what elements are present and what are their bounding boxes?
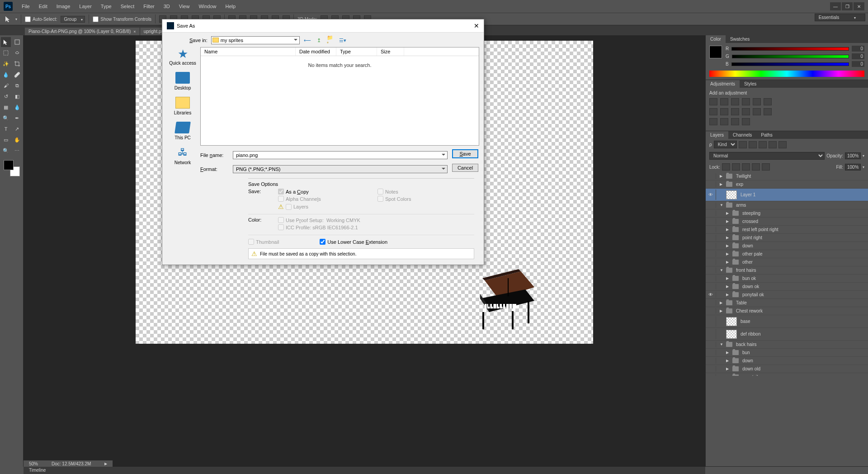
col-date[interactable]: Date modified	[296, 47, 336, 56]
layer-row[interactable]: ▶down old	[706, 365, 868, 373]
lock-icon[interactable]	[752, 163, 760, 171]
menu-file[interactable]: File	[17, 2, 34, 11]
up-icon[interactable]: ↥	[315, 36, 323, 44]
disclosure-icon[interactable]: ▶	[726, 244, 731, 248]
adjustment-icon[interactable]	[731, 118, 739, 125]
pen-tool[interactable]: ✒	[12, 113, 22, 123]
place-this-pc[interactable]: This PC	[167, 122, 198, 140]
disclosure-icon[interactable]: ▼	[720, 342, 724, 346]
filter-icon[interactable]	[759, 141, 767, 148]
menu-view[interactable]: View	[175, 2, 194, 11]
disclosure-icon[interactable]: ▶	[720, 309, 724, 313]
disclosure-icon[interactable]: ▶	[726, 293, 731, 297]
layer-row[interactable]: ▼back hairs	[706, 341, 868, 349]
menu-edit[interactable]: Edit	[34, 2, 52, 11]
dialog-close-button[interactable]: ✕	[474, 22, 479, 29]
crop-tool[interactable]	[12, 59, 22, 69]
layer-row[interactable]: base	[706, 315, 868, 328]
disclosure-icon[interactable]: ▶	[720, 301, 724, 305]
menu-filter[interactable]: Filter	[139, 2, 159, 11]
stamp-tool[interactable]: ⧉	[12, 81, 22, 90]
filter-icon[interactable]	[778, 141, 787, 148]
styles-tab[interactable]: Styles	[740, 80, 761, 88]
layers-tab[interactable]: Layers	[706, 131, 728, 139]
zoom-tool[interactable]: 🔍	[1, 146, 11, 156]
layer-row[interactable]: def ribbon	[706, 328, 868, 341]
filename-input[interactable]: piano.png	[233, 151, 448, 159]
lowercase-checkbox[interactable]: Use Lower Case Extension	[320, 239, 387, 245]
view-menu-icon[interactable]: ☰▾	[339, 36, 347, 44]
history-brush[interactable]: ↺	[1, 91, 11, 101]
back-icon[interactable]: ⟵	[303, 36, 311, 44]
layer-row[interactable]: ▶Table	[706, 299, 868, 307]
opacity-input[interactable]	[845, 152, 861, 159]
place-quick-access[interactable]: ★Quick access	[167, 47, 198, 66]
new-folder-icon[interactable]: 📁*	[327, 36, 335, 44]
edit-toolbar[interactable]: ⋯	[12, 146, 22, 156]
adjustment-icon[interactable]	[720, 98, 728, 105]
lock-icon[interactable]	[742, 163, 750, 171]
eyedropper-tool[interactable]: 💧	[1, 70, 11, 80]
layer-row[interactable]: ▶bun ok	[706, 275, 868, 283]
layer-row[interactable]: ▶down	[706, 357, 868, 365]
layer-row[interactable]: ▶other pale	[706, 250, 868, 258]
layer-row[interactable]: 👁Layer 1	[706, 189, 868, 201]
col-name[interactable]: Name	[201, 47, 296, 56]
filter-kind[interactable]: Kind	[714, 141, 737, 148]
menu-help[interactable]: Help	[221, 2, 241, 11]
disclosure-icon[interactable]: ▶	[726, 236, 731, 240]
adjustment-icon[interactable]	[742, 118, 750, 125]
disclosure-icon[interactable]: ▶	[726, 276, 731, 280]
adjustment-icon[interactable]	[720, 108, 728, 115]
adjustments-tab[interactable]: Adjustments	[706, 80, 740, 88]
auto-select-checkbox[interactable]: Auto-Select:	[25, 16, 57, 22]
menu-image[interactable]: Image	[52, 2, 75, 11]
auto-select-target[interactable]: Group▾	[61, 16, 85, 23]
layer-row[interactable]: ▶point right	[706, 234, 868, 242]
workspace-switcher[interactable]: Essentials ▾	[815, 14, 865, 21]
swatches-tab[interactable]: Swatches	[726, 35, 754, 43]
timeline-panel[interactable]: Timeline	[24, 467, 705, 474]
channels-tab[interactable]: Channels	[728, 131, 756, 139]
disclosure-icon[interactable]: ▼	[720, 268, 724, 272]
menu-3d[interactable]: 3D	[159, 2, 175, 11]
eraser-tool[interactable]: ◧	[12, 91, 22, 101]
disclosure-icon[interactable]: ▶	[726, 260, 731, 264]
disclosure-icon[interactable]: ▶	[720, 174, 724, 178]
foreground-swatch[interactable]	[709, 46, 722, 58]
adjustment-icon[interactable]	[709, 98, 717, 105]
disclosure-icon[interactable]: ▼	[720, 203, 724, 207]
r-value[interactable]: 0	[852, 46, 864, 52]
adjustment-icon[interactable]	[742, 108, 750, 115]
layer-row[interactable]: ▼front hairs	[706, 266, 868, 275]
lock-icon[interactable]	[732, 163, 740, 171]
disclosure-icon[interactable]: ▶	[720, 182, 724, 186]
dodge-tool[interactable]: 🔍	[1, 113, 11, 123]
adjustment-icon[interactable]	[731, 98, 739, 105]
show-transform-checkbox[interactable]: Show Transform Controls	[93, 16, 151, 22]
visibility-toggle[interactable]: 👁	[708, 192, 714, 197]
disclosure-icon[interactable]: ▶	[726, 211, 731, 215]
close-tab-icon[interactable]: ×	[133, 29, 136, 34]
savein-dropdown[interactable]: my sprites	[211, 36, 300, 44]
format-dropdown[interactable]: PNG (*.PNG;*.PNS)	[233, 165, 448, 173]
lock-icon[interactable]	[762, 163, 770, 171]
adjustment-icon[interactable]	[753, 108, 761, 115]
lasso-tool[interactable]	[12, 48, 22, 58]
as-copy-checkbox[interactable]: As a Copy	[278, 189, 375, 194]
place-desktop[interactable]: Desktop	[167, 72, 198, 90]
col-size[interactable]: Size	[377, 47, 404, 56]
save-button[interactable]: Save	[452, 149, 478, 158]
disclosure-icon[interactable]: ▶	[726, 284, 731, 289]
artboard-tool[interactable]	[12, 37, 22, 47]
layer-row[interactable]: ▶down	[706, 242, 868, 250]
minimize-button[interactable]: —	[830, 2, 841, 10]
layer-row[interactable]: ▶rest left point right	[706, 226, 868, 234]
visibility-toggle[interactable]: 👁	[708, 292, 714, 297]
menu-select[interactable]: Select	[116, 2, 139, 11]
layer-row[interactable]: ▶exp	[706, 180, 868, 189]
col-type[interactable]: Type	[336, 47, 377, 56]
layer-row[interactable]: ▶down ok	[706, 283, 868, 291]
blend-mode[interactable]: Normal	[709, 152, 825, 160]
move-tool[interactable]	[1, 37, 11, 47]
